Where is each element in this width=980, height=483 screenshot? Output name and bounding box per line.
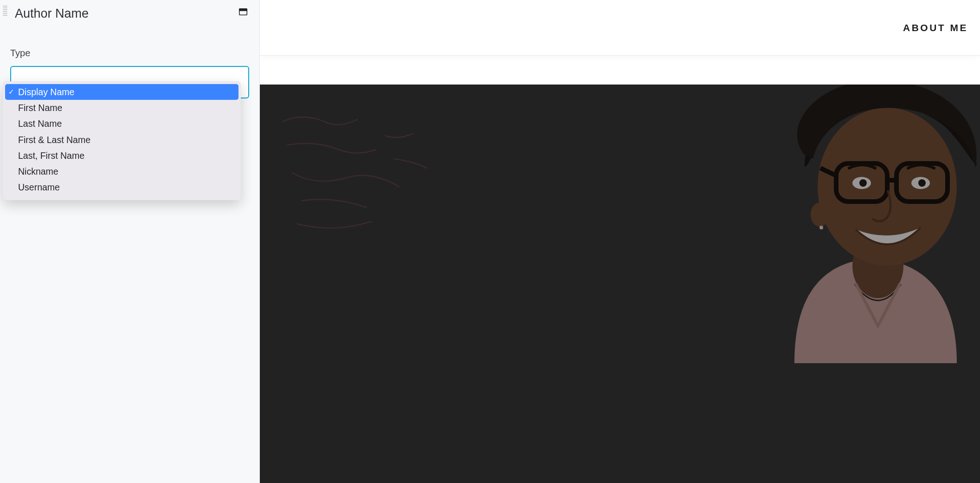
preview-header: ABOUT ME xyxy=(260,0,980,56)
dropdown-option-label: Username xyxy=(18,180,60,194)
dropdown-option-first-and-last-name[interactable]: ✓ First & Last Name xyxy=(5,132,239,148)
dropdown-option-label: Display Name xyxy=(18,85,74,99)
hero-overlay xyxy=(260,85,980,483)
hero-section xyxy=(260,85,980,483)
dropdown-option-display-name[interactable]: ✓ Display Name xyxy=(5,84,239,100)
dropdown-option-nickname[interactable]: ✓ Nickname xyxy=(5,163,239,179)
dropdown-option-label: First Name xyxy=(18,101,62,115)
window-icon[interactable] xyxy=(239,8,247,15)
dropdown-option-label: Last, First Name xyxy=(18,149,84,163)
drag-handle-icon[interactable] xyxy=(3,6,7,16)
dropdown-option-label: First & Last Name xyxy=(18,133,90,147)
dropdown-option-username[interactable]: ✓ Username xyxy=(5,179,239,195)
dropdown-option-last-name[interactable]: ✓ Last Name xyxy=(5,116,239,131)
nav-about-me[interactable]: ABOUT ME xyxy=(903,22,968,33)
preview-pane: ABOUT ME xyxy=(260,0,980,483)
type-dropdown[interactable]: ✓ Display Name ✓ First Name ✓ Last Name … xyxy=(3,81,241,200)
panel-title: Author Name xyxy=(15,7,89,21)
dropdown-option-label: Last Name xyxy=(18,117,62,131)
type-field: Type ✓ Display Name ✓ First Name ✓ Last … xyxy=(0,21,259,98)
app-root: Author Name Type ✓ Display Name ✓ First … xyxy=(0,0,980,483)
dropdown-option-label: Nickname xyxy=(18,164,58,178)
svg-rect-1 xyxy=(239,9,247,11)
dropdown-option-last-first-name[interactable]: ✓ Last, First Name xyxy=(5,148,239,163)
panel-header: Author Name xyxy=(0,0,259,21)
settings-panel: Author Name Type ✓ Display Name ✓ First … xyxy=(0,0,260,483)
dropdown-option-first-name[interactable]: ✓ First Name xyxy=(5,100,239,116)
check-icon: ✓ xyxy=(8,86,14,97)
type-label: Type xyxy=(10,48,249,59)
